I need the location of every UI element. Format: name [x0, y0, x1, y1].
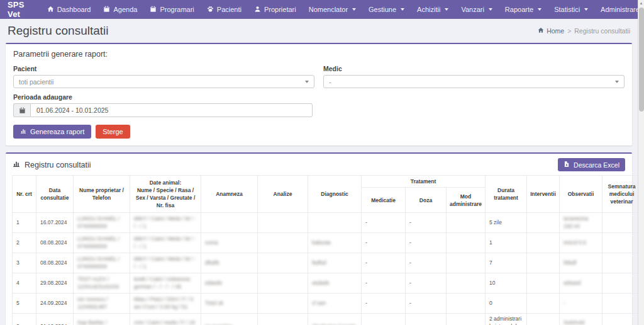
cell-analize [258, 273, 308, 294]
col-header-mod: Mod administrare [447, 188, 486, 213]
cell-observatii: - [560, 294, 602, 314]
app-brand[interactable]: SPS Vet [8, 0, 25, 19]
cell-doza: - [406, 253, 447, 273]
scroll-up-icon[interactable]: ▲ [638, 0, 644, 6]
sterge-button[interactable]: Sterge [96, 125, 130, 139]
col-header-semnatura: Semnatura medicului veterinar [602, 176, 641, 213]
filters-heading: Parametrii generare raport: [13, 50, 625, 59]
cell-observatii: adsasd [560, 273, 602, 294]
scrollbar-thumb[interactable] [639, 8, 644, 111]
chevron-down-icon [489, 8, 492, 11]
calendar-icon [150, 6, 157, 14]
chevron-down-icon [445, 8, 448, 11]
nav-administrare[interactable]: Administrare [594, 0, 644, 19]
cell-interventii [527, 213, 560, 233]
cell-durata: 7 [486, 253, 527, 273]
cell-data-consultatie: 29.08.2024 [36, 273, 74, 294]
medic-select[interactable]: - [323, 75, 625, 88]
nav-label: Vanzari [461, 6, 484, 13]
chevron-down-icon [538, 8, 541, 11]
cell-observatii: fsfsdf [560, 253, 602, 273]
cell-diagnostic: fsdfsd [308, 253, 362, 273]
cell-nr: 4 [13, 273, 36, 294]
nav-label: Achizitii [417, 6, 440, 13]
cell-diagnostic: Otodectes Cynotis [308, 314, 362, 325]
bar-chart-icon [20, 128, 26, 135]
table-row: 4 29.08.2024 TEST ALEX / 12341423142434 … [13, 273, 641, 294]
cell-interventii [527, 294, 560, 314]
col-header-anamneza: Anamneza [201, 176, 258, 213]
nav-label: Proprietari [264, 6, 296, 13]
cell-date-animal: MIKY / Caini / Metis / M / - / - / 1 [130, 213, 201, 233]
genereaza-raport-button[interactable]: Genereaza raport [13, 125, 91, 139]
cell-observatii: Selehold 15mg [560, 314, 602, 325]
nav-achizitii[interactable]: Achizitii [411, 0, 455, 19]
descarca-excel-button[interactable]: Descarca Excel [558, 158, 625, 171]
cell-semnatura [602, 253, 641, 273]
breadcrumb-home-label: Home [547, 27, 564, 35]
breadcrumb-home-link[interactable]: Home [538, 27, 564, 35]
cell-nr: 2 [13, 233, 36, 253]
cell-analize [258, 213, 308, 233]
perioada-label: Perioada adaugare [13, 93, 625, 101]
cell-proprietar: LUNGU DANIEL / 0740000000 [74, 233, 130, 253]
cell-medicatie: - [362, 273, 406, 294]
consultatii-table: Nr. crt Data consultatie Nume proprietar… [12, 175, 641, 325]
cell-mod-administrare [447, 253, 486, 273]
cell-interventii [527, 273, 560, 294]
nav-proprietari[interactable]: Proprietari [248, 0, 303, 19]
nav-statistici[interactable]: Statistici [548, 0, 594, 19]
page-scrollbar[interactable]: ▲ [638, 0, 644, 325]
col-header-nr: Nr. crt [13, 176, 36, 213]
filters-panel: Parametrii generare raport: Pacient toti… [6, 43, 632, 145]
col-header-durata: Durata tratament [486, 176, 527, 213]
medic-selected-value: - [329, 78, 615, 86]
nav-vanzari[interactable]: Vanzari [455, 0, 498, 19]
col-header-tratament-group: Tratament [362, 176, 486, 188]
cell-mod-administrare [447, 314, 486, 325]
cell-interventii [527, 253, 560, 273]
col-header-proprietar: Nume proprietar / Telefon [74, 176, 130, 213]
chevron-down-icon [584, 8, 588, 11]
table-body: 1 16.07.2024 LUNGU DANIEL / 0740000000 M… [13, 213, 641, 325]
nav-dashboard[interactable]: Dashboard [41, 0, 97, 19]
cell-doza: - [406, 273, 447, 294]
nav-rapoarte[interactable]: Rapoarte [499, 0, 548, 19]
cell-medicatie: - [362, 253, 406, 273]
report-title: Registru consultatii [25, 161, 91, 169]
nav-label: Statistici [554, 6, 580, 13]
perioada-value[interactable]: 01.06.2024 - 10.01.2025 [30, 103, 313, 117]
calendar-icon [103, 6, 110, 14]
table-row: 6 01.10.2024 Sap Barbie / 45168741541 Am… [13, 314, 641, 325]
nav-pacienti[interactable]: Pacienti [201, 0, 248, 19]
bar-chart-icon [13, 160, 20, 169]
pacient-select[interactable]: toti pacientii [13, 75, 314, 88]
cell-nr: 1 [13, 213, 36, 233]
cell-medicatie: - [362, 213, 406, 233]
cell-interventii [527, 314, 560, 325]
perioada-daterange-input[interactable]: 01.06.2024 - 10.01.2025 [13, 103, 313, 117]
cell-data-consultatie: 08.08.2024 [36, 253, 74, 273]
nav-nomenclator[interactable]: Nomenclator [303, 0, 362, 19]
cell-durata: 1 [486, 233, 527, 253]
nav-programari[interactable]: Programari [143, 0, 200, 19]
cell-diagnostic [308, 213, 362, 233]
pacient-label: Pacient [13, 65, 314, 72]
col-header-interventii: Interventii [527, 176, 560, 213]
cell-anamneza: se scarpina [201, 314, 258, 325]
cell-nr: 5 [13, 294, 36, 314]
cell-analize [258, 294, 308, 314]
paw-icon [207, 6, 214, 14]
nav-agenda[interactable]: Agenda [97, 0, 143, 19]
cell-durata: 5 zile [486, 213, 527, 233]
page-title: Registru consultatii [8, 24, 109, 38]
sterge-label: Sterge [103, 128, 123, 135]
cell-medicatie: - [362, 294, 406, 314]
home-icon [538, 27, 544, 35]
cell-data-consultatie: 24.09.2024 [36, 294, 74, 314]
cell-doza: - [406, 233, 447, 253]
nav-gestiune[interactable]: Gestiune [362, 0, 411, 19]
cell-semnatura [602, 314, 641, 325]
file-excel-icon [564, 161, 570, 169]
descarca-excel-label: Descarca Excel [574, 161, 619, 169]
